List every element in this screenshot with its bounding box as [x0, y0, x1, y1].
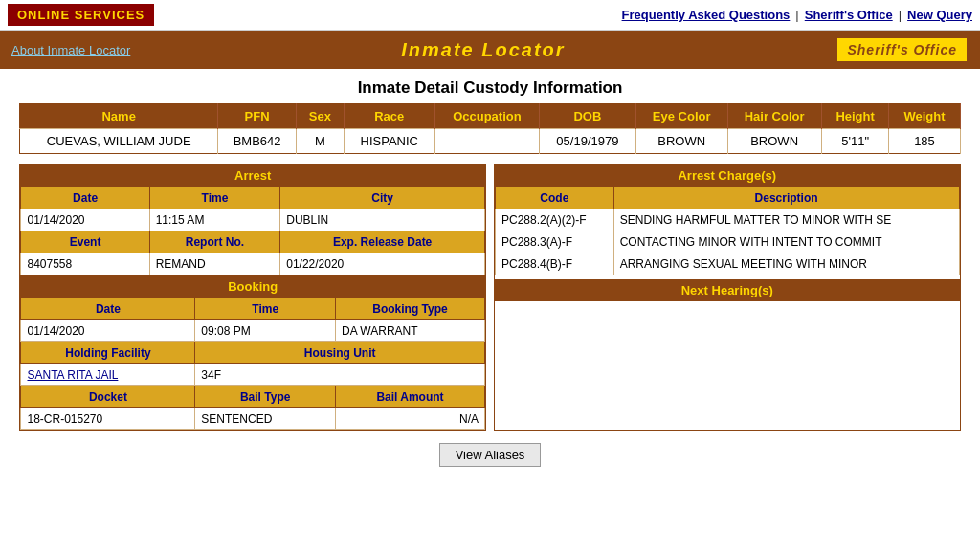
inmate-row: CUEVAS, WILLIAM JUDE BMB642 M HISPANIC 0…: [20, 129, 960, 154]
arrest-section-header: Arrest: [20, 165, 485, 187]
inmate-sex: M: [297, 129, 344, 154]
arrest-time-label: Time: [149, 187, 280, 209]
col-sex: Sex: [297, 104, 344, 129]
top-nav: ONLINE SERVICES Frequently Asked Questio…: [0, 0, 980, 31]
header-bar: About Inmate Locator Inmate Locator Sher…: [0, 31, 980, 69]
inmate-locator-title: Inmate Locator: [130, 39, 835, 61]
charge-row-1: PC288.2(A)(2)-F SENDING HARMFUL MATTER T…: [496, 209, 960, 231]
faq-link[interactable]: Frequently Asked Questions: [622, 8, 791, 22]
facility-row: SANTA RITA JAIL 34F: [21, 364, 485, 386]
next-hearings-content: [495, 301, 960, 359]
arrest-date-label: Date: [21, 187, 149, 209]
col-name: Name: [20, 104, 217, 129]
booking-table: Date Time Booking Type 01/14/2020 09:08 …: [20, 297, 485, 430]
holding-facility-label: Holding Facility: [21, 342, 195, 364]
right-panel: Arrest Charge(s) Code Description PC288.…: [494, 164, 961, 431]
inmate-height: 5'11": [821, 129, 889, 154]
arrest-date: 01/14/2020: [21, 209, 149, 231]
charge-code-3: PC288.4(B)-F: [496, 253, 614, 275]
docket-value: 18-CR-015270: [21, 408, 195, 430]
bail-type-label: Bail Type: [195, 386, 336, 408]
view-aliases-button[interactable]: View Aliases: [439, 443, 542, 467]
charge-code-1: PC288.2(A)(2)-F: [496, 209, 614, 231]
booking-time-value: 09:08 PM: [195, 320, 336, 342]
page-title: Inmate Detail Custody Information: [0, 69, 980, 103]
inmate-info-table: Name PFN Sex Race Occupation DOB Eye Col…: [19, 103, 960, 154]
bail-amount-label: Bail Amount: [336, 386, 485, 408]
event-row: 8407558 REMAND 01/22/2020: [21, 253, 485, 275]
arrest-city-label: City: [280, 187, 485, 209]
charges-code-label: Code: [496, 187, 614, 209]
inmate-eye-color: BROWN: [635, 129, 727, 154]
event-value: 8407558: [21, 253, 149, 275]
inmate-dob: 05/19/1979: [539, 129, 635, 154]
charges-table: Code Description PC288.2(A)(2)-F SENDING…: [495, 187, 960, 275]
charge-desc-3: ARRANGING SEXUAL MEETING WITH MINOR: [613, 253, 959, 275]
exp-release-date-value: 01/22/2020: [280, 253, 485, 275]
event-label: Event: [21, 231, 149, 253]
charges-description-label: Description: [613, 187, 959, 209]
housing-unit-label: Housing Unit: [195, 342, 485, 364]
booking-section-header: Booking: [20, 275, 485, 297]
booking-date-value: 01/14/2020: [21, 320, 195, 342]
col-hair-color: Hair Color: [727, 104, 821, 129]
next-hearings-header: Next Hearing(s): [495, 279, 960, 301]
col-eye-color: Eye Color: [635, 104, 727, 129]
docket-label: Docket: [21, 386, 195, 408]
report-no-value: REMAND: [149, 253, 280, 275]
arrest-time: 11:15 AM: [149, 209, 280, 231]
booking-time-label: Time: [195, 298, 336, 320]
charge-code-2: PC288.3(A)-F: [496, 231, 614, 253]
arrest-row: 01/14/2020 11:15 AM DUBLIN: [21, 209, 485, 231]
online-services-label: ONLINE SERVICES: [8, 4, 154, 26]
col-weight: Weight: [889, 104, 960, 129]
charge-desc-2: CONTACTING MINOR WITH INTENT TO COMMIT: [613, 231, 959, 253]
col-occupation: Occupation: [434, 104, 539, 129]
booking-row: 01/14/2020 09:08 PM DA WARRANT: [21, 320, 485, 342]
col-pfn: PFN: [217, 104, 296, 129]
charges-section-header: Arrest Charge(s): [495, 165, 960, 187]
new-query-link[interactable]: New Query: [907, 8, 972, 22]
charge-desc-1: SENDING HARMFUL MATTER TO MINOR WITH SE: [613, 209, 959, 231]
exp-release-date-label: Exp. Release Date: [280, 231, 485, 253]
holding-facility-value[interactable]: SANTA RITA JAIL: [21, 364, 195, 386]
bail-type-value: SENTENCED: [195, 408, 336, 430]
main-content: Arrest Date Time City 01/14/2020 11:15 A…: [19, 164, 960, 431]
arrest-table: Date Time City 01/14/2020 11:15 AM DUBLI…: [20, 187, 485, 275]
inmate-name: CUEVAS, WILLIAM JUDE: [20, 129, 217, 154]
sheriff-office-link[interactable]: Sheriff's Office: [805, 8, 893, 22]
top-links: Frequently Asked Questions | Sheriff's O…: [622, 8, 972, 22]
col-height: Height: [821, 104, 889, 129]
bail-row: 18-CR-015270 SENTENCED N/A: [21, 408, 485, 430]
inmate-hair-color: BROWN: [727, 129, 821, 154]
charge-row-3: PC288.4(B)-F ARRANGING SEXUAL MEETING WI…: [496, 253, 960, 275]
charge-row-2: PC288.3(A)-F CONTACTING MINOR WITH INTEN…: [496, 231, 960, 253]
left-panel: Arrest Date Time City 01/14/2020 11:15 A…: [19, 164, 486, 431]
booking-type-label: Booking Type: [336, 298, 485, 320]
booking-date-label: Date: [21, 298, 195, 320]
inmate-occupation: [434, 129, 539, 154]
housing-unit-value: 34F: [195, 364, 485, 386]
arrest-city: DUBLIN: [280, 209, 485, 231]
inmate-race: HISPANIC: [344, 129, 434, 154]
booking-type-value: DA WARRANT: [336, 320, 485, 342]
bail-amount-value: N/A: [336, 408, 485, 430]
about-inmate-locator-link[interactable]: About Inmate Locator: [11, 43, 130, 57]
inmate-pfn: BMB642: [217, 129, 296, 154]
col-dob: DOB: [539, 104, 635, 129]
sheriffs-office-badge: Sheriff's Office: [835, 36, 969, 63]
report-no-label: Report No.: [149, 231, 280, 253]
inmate-weight: 185: [889, 129, 960, 154]
col-race: Race: [344, 104, 434, 129]
